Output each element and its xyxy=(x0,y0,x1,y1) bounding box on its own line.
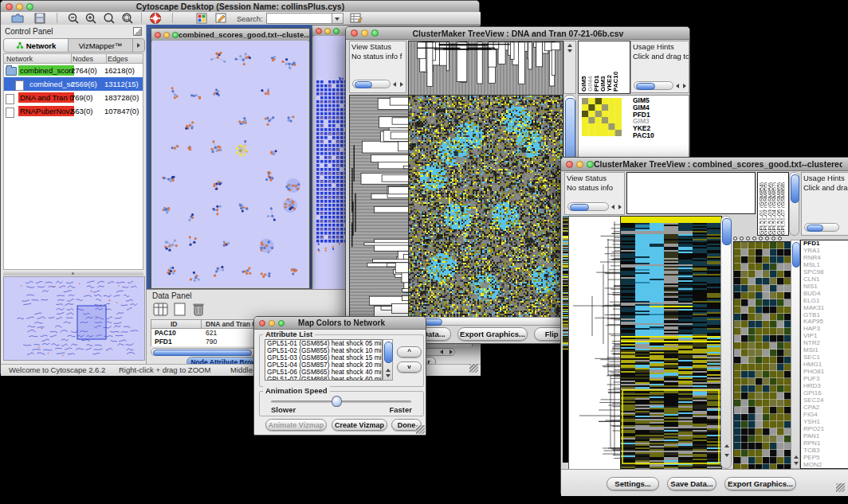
move-attribute-up-button[interactable]: ^ xyxy=(397,346,422,357)
tv1-export-graphics-button[interactable]: Export Graphics... xyxy=(457,327,528,341)
tv2-column-label[interactable]: GPL51-02 (GSM855) xyxy=(763,173,767,235)
network-view-frame-1[interactable]: combined_scores_good.txt--cluste... xyxy=(151,28,310,289)
animate-vizmap-button[interactable]: Animate Vizmap xyxy=(265,419,327,431)
network-list-item[interactable]: combined_scores2764(0)16218(0) xyxy=(4,64,143,77)
attribute-list[interactable]: GPL51-01 (GSM854) heat shock 05 minGPL51… xyxy=(265,339,383,381)
zoom-button[interactable] xyxy=(371,29,379,37)
tv2-titlebar[interactable]: ClusterMaker TreeView : combined_scores_… xyxy=(561,158,848,171)
tv1-row-label[interactable]: PAC10 xyxy=(633,132,654,139)
search-input[interactable] xyxy=(266,13,333,24)
tab-vizmapper[interactable]: VizMapper™ xyxy=(69,39,132,52)
scroll-down-icon[interactable] xyxy=(386,374,391,377)
minimize-button[interactable] xyxy=(16,3,23,10)
attribute-list-item[interactable]: GPL51-07 (GSM868) heat shock 60 min xyxy=(265,376,382,381)
col-id[interactable]: ID xyxy=(171,320,178,328)
tv2-column-label[interactable]: GPL51-04 (GSM857) xyxy=(771,173,775,235)
zoom-in-icon[interactable] xyxy=(85,13,98,24)
tv1-column-label[interactable]: GIM4 xyxy=(587,41,593,92)
tv1-row-dendrogram-canvas[interactable] xyxy=(349,95,411,318)
close-button[interactable] xyxy=(566,161,573,168)
vizmapper-icon[interactable] xyxy=(196,13,208,24)
tv2-usage-hscrollbar[interactable] xyxy=(804,223,839,232)
tv2-row-dendrogram-canvas[interactable] xyxy=(568,216,622,471)
col-edges[interactable]: Edges xyxy=(108,55,128,63)
scroll-left-icon[interactable] xyxy=(611,205,614,209)
tv2-status-hscrollbar[interactable] xyxy=(567,202,609,211)
create-vizmap-button[interactable]: Create Vizmap xyxy=(332,419,387,431)
tv2-settings-button[interactable]: Settings... xyxy=(607,477,659,490)
network-list-item[interactable]: DNA and Tran 07769(0)183728(0) xyxy=(4,91,143,104)
zoom-button[interactable] xyxy=(172,32,179,38)
zoom-button[interactable] xyxy=(333,28,340,34)
search-dropdown-button[interactable] xyxy=(332,13,344,24)
tv2-global-overview-canvas[interactable] xyxy=(563,216,568,463)
scroll-right-icon[interactable] xyxy=(618,205,622,209)
scroll-right-icon[interactable] xyxy=(450,350,453,354)
zoom-button[interactable] xyxy=(278,320,285,326)
scroll-left-icon[interactable] xyxy=(440,350,443,354)
close-button[interactable] xyxy=(155,32,161,38)
scroll-up-icon[interactable] xyxy=(386,369,391,372)
tv1-heatmap-canvas[interactable] xyxy=(408,95,563,318)
tv2-heatmap-vscrollbar[interactable] xyxy=(720,216,732,469)
delete-trash-icon[interactable] xyxy=(191,301,206,317)
save-icon[interactable] xyxy=(34,13,46,24)
network-list-item[interactable]: RNAPuberNov2+563(0)107847(0) xyxy=(4,104,143,118)
gene-list-item[interactable]: MON2 xyxy=(803,462,848,469)
tv2-column-dendrogram-area[interactable] xyxy=(626,172,756,214)
close-button[interactable] xyxy=(6,3,13,10)
tv2-collabel-vscrollbar[interactable] xyxy=(789,172,799,236)
minimize-button[interactable] xyxy=(163,32,170,38)
minimize-button[interactable] xyxy=(269,320,275,326)
main-titlebar[interactable]: Cytoscape Desktop (Session Name: collins… xyxy=(1,1,479,13)
scroll-left-icon[interactable] xyxy=(676,84,679,88)
tv2-export-graphics-button[interactable]: Export Graphics... xyxy=(724,477,796,490)
tv2-heatmap-canvas[interactable] xyxy=(620,216,722,471)
tab-overflow-button[interactable] xyxy=(132,39,144,52)
minimize-button[interactable] xyxy=(576,161,583,168)
tv1-column-label[interactable]: YKE2 xyxy=(606,41,612,92)
minimize-button[interactable] xyxy=(361,29,368,37)
select-attributes-icon[interactable] xyxy=(153,302,169,317)
minimize-button[interactable] xyxy=(324,28,331,34)
zoom-selected-icon[interactable] xyxy=(121,13,135,24)
scroll-down-icon[interactable] xyxy=(724,454,729,457)
move-attribute-down-button[interactable]: v xyxy=(397,361,422,373)
scroll-right-icon[interactable] xyxy=(400,82,403,87)
zoom-out-icon[interactable] xyxy=(68,13,80,24)
dialog-resize-grip[interactable] xyxy=(416,425,425,434)
tv1-column-label[interactable]: PAC10 xyxy=(612,41,618,92)
help-lifering-icon[interactable] xyxy=(149,12,162,25)
zoom-fit-icon[interactable] xyxy=(103,13,116,24)
new-table-icon[interactable] xyxy=(173,302,187,317)
scroll-right-icon[interactable] xyxy=(683,84,686,88)
scroll-up-icon[interactable] xyxy=(794,455,799,459)
annotation-icon[interactable] xyxy=(215,13,228,24)
tab-network[interactable]: Network xyxy=(4,39,69,52)
resize-grip[interactable] xyxy=(469,364,478,373)
tv1-usage-hscrollbar[interactable] xyxy=(634,81,673,90)
tv2-column-label[interactable]: GPL51-07 (GSM868) xyxy=(780,173,784,235)
network-overview-canvas[interactable] xyxy=(3,276,145,361)
tv1-zoomed-matrix-canvas[interactable] xyxy=(582,98,622,136)
tv2-genelist-scrollbar[interactable] xyxy=(791,240,800,469)
float-panel-icon[interactable] xyxy=(133,27,142,36)
col-nodes[interactable]: Nodes xyxy=(73,55,93,63)
scroll-up-icon[interactable] xyxy=(724,444,729,447)
tv1-column-label[interactable]: GIM5 xyxy=(580,41,587,92)
tv2-zoomed-heatmap-canvas[interactable] xyxy=(733,241,792,471)
tv1-titlebar[interactable]: ClusterMaker TreeView : DNA and Tran 07-… xyxy=(346,27,689,40)
scroll-left-icon[interactable] xyxy=(393,82,396,87)
close-button[interactable] xyxy=(259,320,265,326)
tv2-gene-list[interactable]: PFD1YRA1RNR4MSL1SPC98CLN1NIS1BUD4ELG1MAK… xyxy=(800,240,848,469)
network-view-canvas[interactable] xyxy=(152,41,308,287)
tv1-column-label[interactable]: PFD1 xyxy=(593,41,599,92)
zoom-button[interactable] xyxy=(587,161,594,168)
speed-slider-thumb[interactable] xyxy=(332,396,342,407)
tv1-status-hscrollbar[interactable] xyxy=(352,80,391,88)
dialog-titlebar[interactable]: Map Colors to Network xyxy=(254,317,426,330)
col-network[interactable]: Network xyxy=(6,55,33,63)
close-button[interactable] xyxy=(351,29,358,37)
close-button[interactable] xyxy=(316,28,322,34)
scroll-down-icon[interactable] xyxy=(794,462,799,465)
